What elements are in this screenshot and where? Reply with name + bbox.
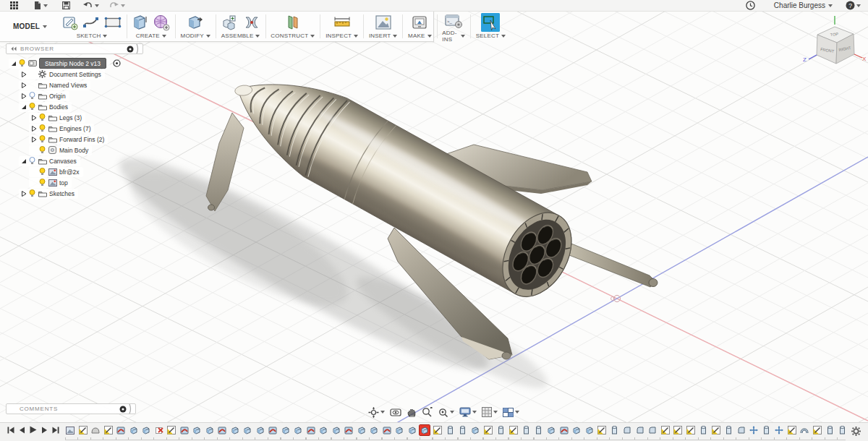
browser-row-document-settings[interactable]: Document Settings: [6, 69, 143, 80]
print-icon[interactable]: [411, 14, 428, 30]
timeline-feature-sketch-3[interactable]: [103, 425, 114, 435]
timeline-feature-hole-55[interactable]: [762, 425, 772, 435]
tree-item-label[interactable]: Named Views: [49, 82, 87, 89]
timeline-feature-hole-60[interactable]: [825, 425, 835, 435]
browser-row-forward-fins-2-[interactable]: Forward Fins (2): [6, 134, 143, 145]
timeline-feature-hole-31[interactable]: [458, 425, 468, 435]
joint-icon[interactable]: [243, 14, 260, 30]
collapse-triangle-icon[interactable]: [20, 158, 27, 164]
timeline-feature-extrude-10[interactable]: [192, 425, 202, 435]
browser-row-named-views[interactable]: Named Views: [6, 80, 143, 90]
tree-item-label[interactable]: Sketches: [49, 190, 75, 197]
file-menu-icon[interactable]: [34, 1, 48, 10]
scripts-icon[interactable]: >_: [444, 13, 463, 29]
timeline-feature-extrude-38[interactable]: [546, 425, 556, 435]
tree-item-label[interactable]: top: [59, 179, 68, 187]
timeline-feature-sketch-59[interactable]: [812, 425, 822, 435]
save-icon[interactable]: [62, 1, 70, 9]
timeline-skip-end-button[interactable]: [52, 427, 59, 434]
timeline-feature-extrude-14[interactable]: [242, 425, 252, 435]
timeline-feature-sketch-29[interactable]: [433, 425, 443, 435]
timeline-feature-round-53[interactable]: [736, 425, 746, 435]
tree-item-label[interactable]: Bodies: [49, 103, 68, 111]
timeline-feature-move-56[interactable]: [774, 425, 784, 435]
visibility-bulb-icon[interactable]: [29, 157, 35, 165]
landing-leg-pin[interactable]: [569, 244, 658, 287]
sketch-create-icon[interactable]: [62, 14, 78, 30]
timeline-feature-revolve-4[interactable]: [116, 425, 126, 435]
timeline-feature-extrude-41[interactable]: [584, 425, 595, 435]
tree-item-label[interactable]: Forward Fins (2): [59, 136, 104, 143]
visibility-bulb-icon[interactable]: [29, 189, 35, 197]
form-sphere-icon[interactable]: [153, 14, 170, 31]
app-grid-icon[interactable]: [10, 1, 18, 9]
visibility-bulb-icon[interactable]: [39, 135, 46, 143]
tree-item-label[interactable]: Canvases: [49, 158, 77, 165]
grid-settings-icon[interactable]: [481, 406, 498, 418]
activate-component-icon[interactable]: [113, 59, 121, 67]
collapse-triangle-icon[interactable]: [10, 61, 17, 67]
toolbar-group-sketch[interactable]: SKETCH: [57, 12, 127, 41]
toolbar-group-insert[interactable]: INSERT: [364, 12, 402, 41]
toolbar-group-select[interactable]: SELECT: [471, 12, 511, 41]
redo-icon[interactable]: [109, 1, 125, 9]
timeline-feature-extrude-26[interactable]: [394, 425, 404, 435]
timeline-feature-canvas-0[interactable]: [65, 425, 75, 435]
expand-triangle-icon[interactable]: [20, 82, 27, 88]
expand-triangle-icon[interactable]: [30, 115, 37, 121]
timeline-feature-extrude-18[interactable]: [293, 425, 303, 435]
browser-row-main-body[interactable]: Main Body: [6, 145, 143, 155]
toolbar-group-make[interactable]: MAKE: [403, 12, 436, 41]
comments-options-icon[interactable]: [119, 406, 127, 413]
panel-handle[interactable]: [136, 44, 140, 53]
timeline-feature-hole-50[interactable]: [698, 425, 708, 435]
expand-triangle-icon[interactable]: [20, 72, 27, 77]
visibility-bulb-icon[interactable]: [19, 59, 25, 67]
timeline-feature-extrude-15[interactable]: [255, 425, 265, 435]
timeline-feature-revolve-25[interactable]: [382, 425, 392, 435]
timeline-feature-sketch-51[interactable]: [711, 425, 721, 435]
timeline-feature-extrude-40[interactable]: [571, 425, 582, 435]
expand-triangle-icon[interactable]: [20, 93, 27, 99]
orbit-icon[interactable]: [367, 406, 386, 419]
timeline-settings-gear-icon[interactable]: [846, 423, 868, 439]
timeline-play-button[interactable]: [30, 426, 37, 434]
browser-row-canvases[interactable]: Canvases: [6, 155, 143, 166]
view-cube[interactable]: TOP FRONT RIGHT Z X: [801, 14, 867, 76]
timeline-feature-revolve-16[interactable]: [268, 425, 278, 435]
fit-icon[interactable]: [437, 406, 455, 418]
timeline-feature-sketch-57[interactable]: [787, 425, 797, 435]
expand-triangle-icon[interactable]: [30, 126, 37, 132]
timeline-feature-round-44[interactable]: [622, 425, 632, 435]
timeline-feature-sketch-42[interactable]: [597, 425, 607, 435]
plane-icon[interactable]: [285, 14, 301, 31]
panel-options-icon[interactable]: [127, 46, 134, 53]
timeline-feature-extrude-6[interactable]: [141, 425, 151, 435]
toolbar-group-construct[interactable]: CONSTRUCT: [265, 12, 320, 41]
browser-row-origin[interactable]: Origin: [6, 90, 143, 101]
timeline-feature-move-54[interactable]: [749, 425, 759, 435]
notifications-clock-icon[interactable]: [746, 1, 755, 10]
timeline-feature-hole-30[interactable]: [445, 425, 455, 435]
timeline-step-back-button[interactable]: [19, 427, 25, 434]
visibility-bulb-icon[interactable]: [39, 114, 46, 121]
timeline-feature-hole-34[interactable]: [495, 425, 506, 435]
user-menu[interactable]: Charlie Burgess: [774, 1, 833, 9]
browser-row-starship-node-2-v13[interactable]: Starship Node 2 v13: [6, 58, 143, 69]
workspace-switcher[interactable]: MODEL: [0, 12, 57, 41]
viewports-icon[interactable]: [502, 407, 520, 418]
help-icon[interactable]: ?: [846, 1, 861, 10]
timeline-feature-extrude-13[interactable]: [230, 425, 240, 435]
press-pull-icon[interactable]: [187, 14, 204, 31]
timeline-feature-hole-43[interactable]: [610, 425, 620, 435]
select-icon[interactable]: [481, 13, 500, 32]
timeline-feature-sketch-47[interactable]: [660, 425, 671, 435]
viewcube-top-label[interactable]: TOP: [830, 32, 838, 37]
visibility-bulb-icon[interactable]: [39, 124, 46, 132]
timeline-feature-extrude-20[interactable]: [318, 425, 328, 435]
visibility-bulb-icon[interactable]: [39, 179, 46, 187]
timeline-feature-sketch-48[interactable]: [673, 425, 683, 435]
look-at-icon[interactable]: [389, 407, 402, 418]
timeline-feature-extrude-27[interactable]: [407, 425, 417, 435]
timeline-feature-revolve-39[interactable]: [559, 425, 569, 435]
